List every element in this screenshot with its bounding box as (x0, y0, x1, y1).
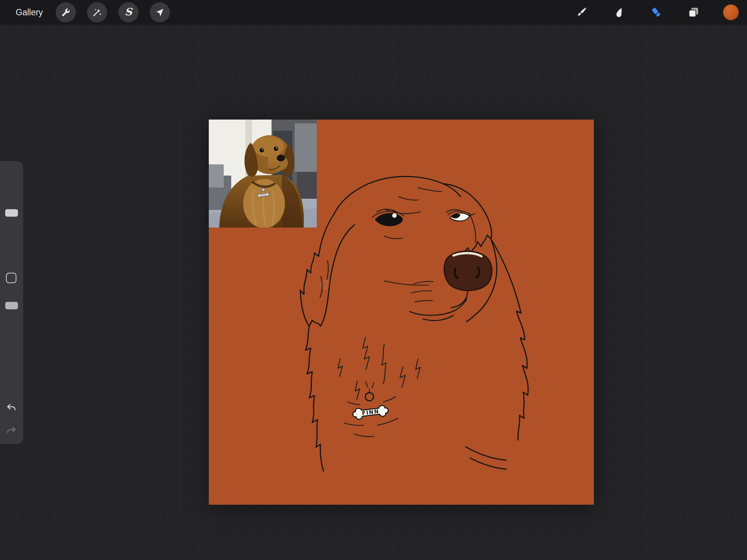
dog-fur-details (320, 188, 476, 437)
dog-mouth (410, 289, 468, 321)
magic-wand-icon (92, 7, 102, 18)
top-toolbar: Gallery S (0, 0, 747, 25)
smudge-finger-icon (613, 6, 625, 19)
smudge-tool-button[interactable] (608, 1, 630, 23)
wrench-icon (61, 7, 71, 18)
actions-button[interactable] (56, 2, 76, 22)
dog-nose (444, 251, 492, 291)
toolbar-right-group (555, 1, 747, 23)
app-root: Gallery S (0, 0, 747, 560)
gallery-button[interactable]: Gallery (16, 7, 43, 18)
eraser-icon (650, 6, 663, 19)
layers-icon (687, 6, 700, 19)
sidebar (0, 161, 23, 444)
dog-outline (300, 176, 528, 471)
drawing-canvas[interactable]: FINN (209, 120, 594, 505)
selection-s-icon: S (125, 7, 132, 17)
dog-eyes (375, 213, 469, 226)
erase-tool-button[interactable] (645, 1, 667, 23)
selection-button[interactable]: S (118, 2, 139, 22)
tag-ring (365, 393, 374, 401)
paint-tool-button[interactable] (571, 1, 592, 23)
redo-button[interactable] (6, 425, 17, 436)
adjustments-button[interactable] (87, 2, 107, 22)
transform-button[interactable] (150, 2, 170, 22)
undo-button[interactable] (6, 402, 17, 414)
reference-photo (209, 120, 317, 228)
undo-arrow-icon (6, 402, 17, 414)
bone-name-tag: FINN (352, 405, 389, 420)
color-button[interactable] (720, 1, 742, 23)
color-circle (723, 4, 739, 20)
modify-button[interactable] (6, 273, 16, 283)
layers-button[interactable] (683, 1, 704, 23)
paintbrush-icon (575, 6, 588, 19)
toolbar-left-group: Gallery S (0, 2, 181, 22)
brush-size-slider[interactable] (5, 209, 18, 217)
opacity-slider[interactable] (5, 302, 18, 309)
redo-arrow-icon (6, 425, 17, 436)
transform-arrow-icon (155, 7, 165, 18)
